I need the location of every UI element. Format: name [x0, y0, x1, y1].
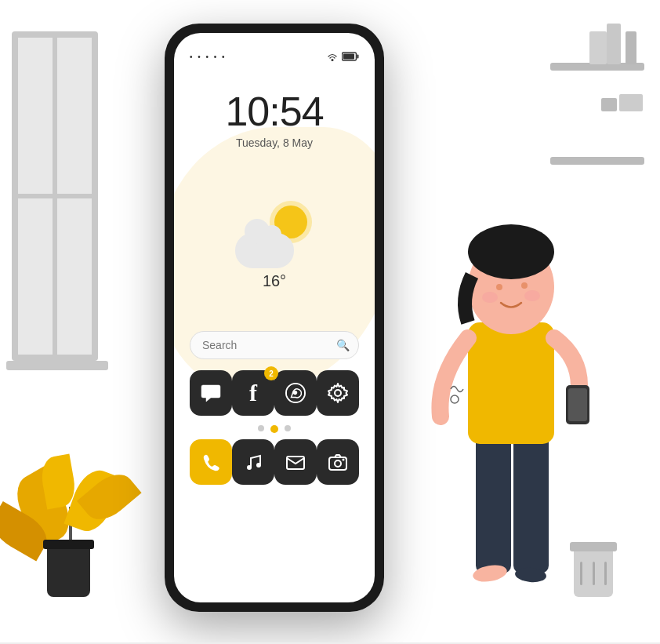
svg-rect-17: [343, 54, 354, 60]
scene: • • • • •: [0, 0, 660, 644]
plant: [47, 546, 90, 597]
app-whatsapp[interactable]: [274, 370, 317, 416]
search-input[interactable]: [190, 331, 359, 359]
facebook-badge: 2: [264, 366, 278, 380]
svg-point-12: [524, 290, 540, 301]
shelf-box-2: [601, 98, 617, 111]
svg-point-9: [496, 284, 502, 290]
whatsapp-icon: [285, 382, 306, 404]
facebook-icon: f: [249, 380, 257, 406]
search-bar[interactable]: 🔍: [190, 331, 359, 359]
app-settings[interactable]: [317, 370, 359, 416]
mail-icon: [285, 452, 306, 472]
signal-dots: • • • • •: [190, 53, 227, 61]
svg-rect-4: [468, 322, 554, 444]
page-dots: [190, 425, 359, 433]
app-facebook[interactable]: f 2: [232, 370, 274, 416]
svg-point-20: [335, 390, 341, 396]
status-bar: • • • • •: [174, 33, 375, 72]
svg-rect-0: [476, 432, 511, 573]
app-messages[interactable]: [190, 370, 232, 416]
music-icon: [243, 452, 263, 472]
phone-icon: [201, 452, 221, 472]
svg-point-13: [451, 395, 459, 403]
weather-temperature: 16°: [174, 272, 375, 290]
search-icon: 🔍: [336, 339, 350, 351]
svg-rect-6: [568, 388, 587, 421]
clock-date: Tuesday, 8 May: [174, 136, 375, 149]
app-phone[interactable]: [190, 439, 232, 485]
person-character: [397, 158, 617, 628]
messages-icon: [200, 382, 222, 404]
page-dot-2: [270, 425, 278, 433]
app-music[interactable]: [232, 439, 274, 485]
wifi-icon: [327, 53, 338, 61]
svg-point-11: [482, 292, 498, 303]
app-grid: f 2: [190, 370, 359, 494]
svg-point-10: [521, 282, 528, 289]
status-right: [327, 52, 359, 61]
shelf-item-3: [589, 31, 607, 64]
svg-point-14: [332, 59, 334, 61]
window-sill: [6, 361, 108, 370]
clock-time: 10:54: [174, 88, 375, 135]
svg-point-25: [335, 460, 341, 467]
page-dot-1: [258, 425, 264, 431]
svg-point-21: [247, 465, 252, 470]
plant-pot: [47, 546, 90, 597]
battery-icon: [342, 52, 359, 61]
phone-screen: • • • • •: [174, 33, 375, 602]
svg-point-22: [256, 463, 261, 468]
shelf-box-1: [619, 94, 643, 111]
shelf-item-2: [626, 31, 636, 64]
weather-icon: [235, 206, 314, 268]
phone: • • • • •: [165, 24, 384, 612]
weather-area: 16°: [174, 206, 375, 290]
search-wrapper[interactable]: 🔍: [190, 331, 359, 359]
svg-point-8: [468, 224, 554, 279]
cloud-icon: [235, 233, 294, 268]
shelf-item-1: [607, 24, 621, 64]
app-row-1: f 2: [190, 370, 359, 416]
app-row-2: [190, 439, 359, 485]
app-mail[interactable]: [274, 439, 317, 485]
app-camera[interactable]: [317, 439, 359, 485]
clock-area: 10:54 Tuesday, 8 May: [174, 88, 375, 149]
page-dot-3: [285, 425, 291, 431]
svg-point-26: [343, 459, 345, 461]
camera-icon: [328, 452, 348, 472]
svg-rect-16: [357, 55, 359, 59]
settings-icon: [327, 382, 349, 404]
window-frame: [12, 31, 98, 361]
svg-rect-1: [513, 432, 549, 573]
plant-leaves: [24, 428, 118, 554]
